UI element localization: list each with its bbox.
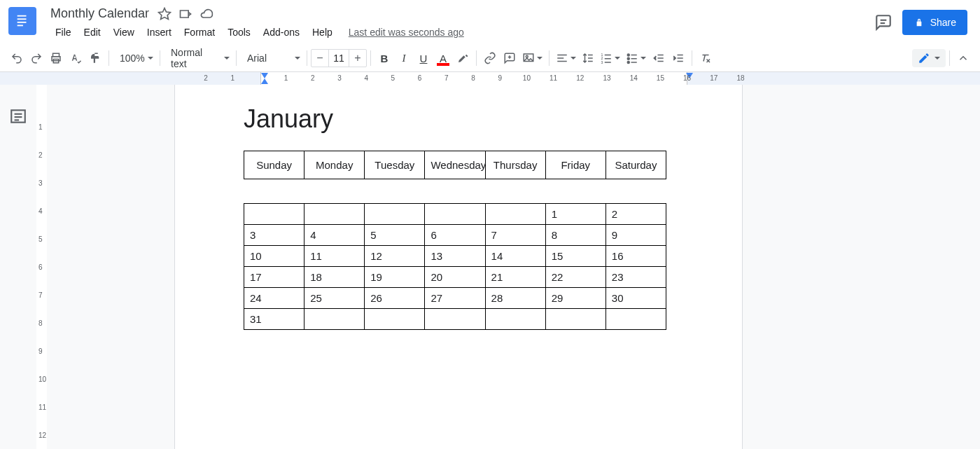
calendar-cell[interactable] (485, 309, 545, 330)
calendar-cell[interactable] (425, 204, 485, 225)
calendar-cell[interactable]: 5 (365, 225, 425, 246)
calendar-cell[interactable] (365, 309, 425, 330)
menu-tools[interactable]: Tools (221, 24, 257, 41)
share-button[interactable]: Share (902, 10, 967, 35)
underline-button[interactable]: U (414, 48, 433, 68)
day-header[interactable]: Monday (304, 151, 365, 179)
calendar-cell[interactable]: 9 (606, 225, 666, 246)
calendar-cell[interactable] (606, 309, 666, 330)
menu-addons[interactable]: Add-ons (257, 24, 306, 41)
calendar-cell[interactable]: 26 (365, 288, 425, 309)
numberedlist-dropdown[interactable]: 123 (597, 48, 623, 68)
day-header[interactable]: Wednesday (425, 151, 485, 179)
calendar-cell[interactable]: 13 (425, 246, 485, 267)
calendar-cell[interactable]: 31 (244, 309, 304, 330)
editmode-dropdown[interactable] (912, 49, 946, 67)
last-edit[interactable]: Last edit was seconds ago (349, 27, 464, 38)
calendar-cell[interactable]: 28 (485, 288, 545, 309)
comment-button[interactable] (500, 48, 519, 68)
fontsize-value[interactable]: 11 (328, 50, 349, 67)
calendar-cell[interactable]: 8 (545, 225, 606, 246)
fontsize-minus[interactable]: − (312, 52, 328, 64)
star-icon[interactable] (158, 7, 172, 21)
menu-insert[interactable]: Insert (141, 24, 178, 41)
link-button[interactable] (480, 48, 500, 68)
move-icon[interactable] (178, 7, 192, 21)
comments-icon[interactable] (874, 13, 892, 32)
clearformat-button[interactable] (696, 48, 715, 68)
image-dropdown[interactable] (519, 48, 545, 68)
page[interactable]: January SundayMondayTuesdayWednesdayThur… (175, 85, 742, 449)
bulletlist-dropdown[interactable] (623, 48, 649, 68)
calendar-cell[interactable]: 27 (425, 288, 485, 309)
calendar-cell[interactable]: 24 (244, 288, 304, 309)
calendar-cell[interactable]: 18 (304, 267, 365, 288)
menu-file[interactable]: File (49, 24, 78, 41)
spellcheck-button[interactable] (66, 48, 85, 68)
docs-logo[interactable] (8, 7, 36, 35)
calendar-cell[interactable] (304, 204, 365, 225)
calendar-cell[interactable]: 30 (606, 288, 666, 309)
font-dropdown[interactable]: Arial (240, 48, 303, 68)
horizontal-ruler[interactable]: 21123456789101112131415161718 (0, 72, 980, 85)
calendar-cell[interactable] (304, 309, 365, 330)
align-dropdown[interactable] (553, 48, 579, 68)
calendar-cell[interactable] (425, 309, 485, 330)
calendar-grid-table[interactable]: 1234567891011121314151617181920212223242… (244, 203, 666, 330)
menu-edit[interactable]: Edit (78, 24, 107, 41)
calendar-cell[interactable] (545, 309, 606, 330)
calendar-header-table[interactable]: SundayMondayTuesdayWednesdayThursdayFrid… (244, 151, 666, 179)
outline-toggle-icon[interactable] (9, 107, 27, 125)
vertical-ruler[interactable]: 12345678910111213 (36, 85, 48, 449)
calendar-cell[interactable]: 7 (485, 225, 545, 246)
indent-button[interactable] (668, 48, 688, 68)
calendar-cell[interactable]: 10 (244, 246, 304, 267)
calendar-cell[interactable]: 29 (545, 288, 606, 309)
calendar-cell[interactable]: 14 (485, 246, 545, 267)
calendar-cell[interactable]: 23 (606, 267, 666, 288)
calendar-cell[interactable]: 2 (606, 204, 666, 225)
calendar-cell[interactable]: 6 (425, 225, 485, 246)
zoom-dropdown[interactable]: 100% (113, 48, 156, 68)
calendar-cell[interactable]: 19 (365, 267, 425, 288)
linespacing-dropdown[interactable] (579, 48, 597, 68)
collapse-button[interactable] (953, 48, 973, 68)
day-header[interactable]: Saturday (606, 151, 666, 179)
calendar-cell[interactable]: 4 (304, 225, 365, 246)
day-header[interactable]: Tuesday (365, 151, 425, 179)
calendar-cell[interactable]: 15 (545, 246, 606, 267)
menu-help[interactable]: Help (306, 24, 339, 41)
redo-button[interactable] (27, 48, 46, 68)
day-header[interactable]: Friday (545, 151, 606, 179)
calendar-cell[interactable]: 17 (244, 267, 304, 288)
italic-button[interactable]: I (394, 48, 414, 68)
calendar-cell[interactable]: 22 (545, 267, 606, 288)
paintformat-button[interactable] (85, 48, 105, 68)
calendar-cell[interactable] (365, 204, 425, 225)
day-header[interactable]: Thursday (485, 151, 545, 179)
menu-format[interactable]: Format (178, 24, 221, 41)
calendar-cell[interactable]: 3 (244, 225, 304, 246)
calendar-cell[interactable]: 1 (545, 204, 606, 225)
styles-dropdown[interactable]: Normal text (164, 48, 232, 68)
calendar-cell[interactable]: 11 (304, 246, 365, 267)
cloud-icon[interactable] (200, 7, 214, 21)
day-header[interactable]: Sunday (244, 151, 304, 179)
bold-button[interactable]: B (374, 48, 394, 68)
undo-button[interactable] (7, 48, 27, 68)
calendar-cell[interactable]: 21 (485, 267, 545, 288)
outdent-button[interactable] (649, 48, 668, 68)
document-title[interactable]: Monthly Calendar (49, 6, 150, 22)
calendar-cell[interactable]: 16 (606, 246, 666, 267)
calendar-cell[interactable] (485, 204, 545, 225)
calendar-cell[interactable]: 20 (425, 267, 485, 288)
menu-view[interactable]: View (107, 24, 141, 41)
highlight-button[interactable] (453, 48, 472, 68)
calendar-cell[interactable]: 12 (365, 246, 425, 267)
calendar-cell[interactable] (244, 204, 304, 225)
fontsize-plus[interactable]: + (349, 52, 366, 64)
textcolor-button[interactable]: A (433, 48, 453, 68)
fontsize-stepper[interactable]: − 11 + (311, 49, 367, 67)
calendar-cell[interactable]: 25 (304, 288, 365, 309)
print-button[interactable] (46, 48, 66, 68)
